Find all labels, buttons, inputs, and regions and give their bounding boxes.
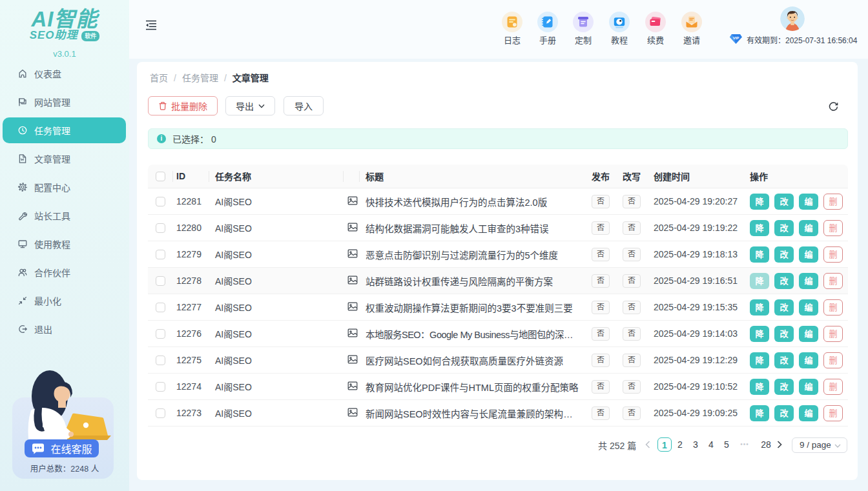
svg-text:VIP: VIP	[733, 36, 739, 40]
